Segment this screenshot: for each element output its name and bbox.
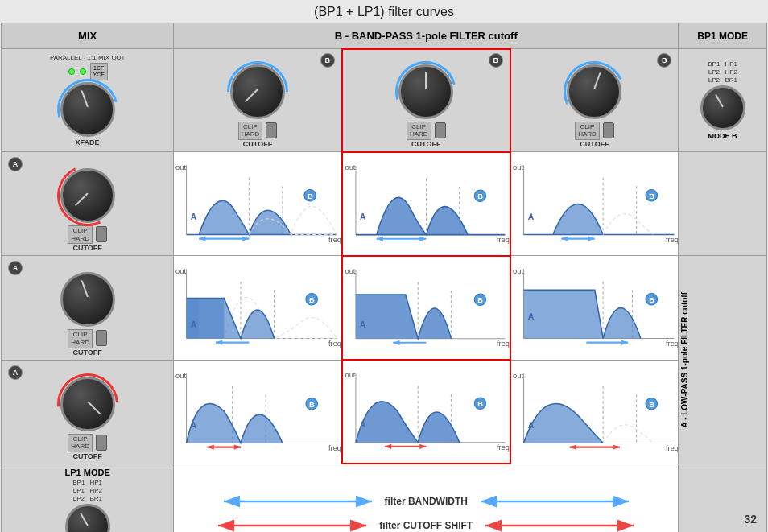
lp-knob-cell: A CLIPHARD CUTOFF: [2, 256, 174, 360]
bandwidth-left-arrow: [217, 494, 378, 509]
bp-cutoff-label-3: CUTOFF: [580, 140, 609, 148]
bp1-mode-area: BP1HP1 LP2HP2 LP2BR1 MODE B: [679, 57, 766, 143]
freq-label: freq.: [328, 236, 341, 244]
svg-text:B: B: [477, 296, 483, 304]
curve-1-2: out freq. A B: [342, 152, 510, 256]
lp-knob[interactable]: [60, 272, 115, 327]
curve-row-3: A CLIPHARD CUTOFF out freq.: [2, 360, 767, 464]
svg-text:freq.: freq.: [666, 236, 679, 244]
mix-header: MIX: [2, 23, 174, 49]
svg-text:freq.: freq.: [328, 443, 341, 452]
b-badge-3: B: [657, 53, 671, 68]
svg-text:out: out: [345, 267, 355, 275]
svg-text:A: A: [360, 420, 366, 429]
lp-knob-indicator: [81, 280, 88, 297]
header-row: MIX B - BAND-PASS 1-pole FILTER cutoff B…: [2, 23, 767, 49]
cutoff-left-arrow: [212, 518, 373, 533]
a-badge-lp: A: [8, 261, 23, 275]
svg-text:B: B: [649, 296, 654, 304]
svg-text:A: A: [527, 420, 534, 429]
svg-text:freq.: freq.: [497, 236, 510, 244]
clip-hard-btn-3[interactable]: CLIPHARD: [575, 122, 600, 140]
svg-marker-20: [419, 236, 426, 241]
curve-row-1: A CLIPHARD CUTOFF out freq.: [2, 152, 767, 256]
page-number: 32: [744, 513, 757, 526]
curve-row-2: A CLIPHARD CUTOFF out freq.: [2, 256, 767, 360]
curve-3-3: out freq. A B: [510, 360, 679, 464]
curve-svg-2-1: out freq. A B: [174, 265, 341, 348]
bp-header: B - BAND-PASS 1-pole FILTER cutoff: [174, 23, 679, 49]
cutoff-shift-label: filter CUTOFF SHIFT: [379, 520, 473, 531]
svg-marker-89: [385, 444, 391, 449]
svg-marker-31: [561, 237, 568, 241]
lp1-mode-labels: BP1HP1 LP1HP2 LP2BR1: [72, 479, 102, 502]
curve-2-3: out freq. A B: [510, 256, 679, 360]
svg-marker-54: [393, 340, 399, 345]
green-led-2: [80, 68, 86, 75]
curve-svg-1-2: out freq. A B: [343, 162, 510, 245]
svg-marker-101: [569, 444, 576, 449]
svg-text:out: out: [513, 163, 523, 171]
svg-text:B: B: [309, 296, 315, 304]
svg-marker-65: [621, 340, 628, 345]
mix-knob-cell: PARALLEL - 1:1 MIX OUT 1CFYCF XFADE: [2, 49, 174, 152]
a-label: A: [191, 212, 197, 221]
lp1-mode-knob[interactable]: [65, 504, 110, 532]
clip-hard-btn-1[interactable]: CLIPHARD: [238, 122, 263, 140]
curve-svg-3-1: out freq. A B: [174, 369, 341, 453]
bp1-mode-cell: BP1HP1 LP2HP2 LP2BR1 MODE B: [679, 49, 767, 152]
bp-knob-cell-1: B CLIPHARD CUTOFF: [174, 49, 342, 152]
page-title: (BP1 + LP1) filter curves: [0, 0, 768, 23]
svg-text:A: A: [360, 320, 366, 329]
svg-text:B: B: [477, 192, 483, 200]
curve-3-1: out freq. A B: [174, 360, 342, 464]
b-badge-2: B: [489, 53, 503, 68]
cutoff-right-arrow: [479, 518, 640, 533]
curve-svg-3-3: out freq. A B: [511, 369, 679, 453]
lp1-mode-indicator: [80, 513, 89, 526]
svg-marker-76: [234, 444, 241, 449]
a-cutoff-1: CUTOFF: [72, 244, 101, 252]
toggle-box[interactable]: 1CFYCF: [90, 63, 108, 81]
svg-text:out: out: [345, 163, 355, 171]
clip-hard-lp2[interactable]: CLIPHARD: [68, 434, 93, 452]
a-badge-1: A: [8, 157, 23, 171]
curve-3-2: out freq. A B: [342, 360, 510, 464]
clip-hard-lp[interactable]: CLIPHARD: [68, 329, 93, 348]
out-label: out: [175, 163, 186, 171]
green-led-1: [68, 68, 75, 75]
lp-cutoff: CUTOFF: [72, 348, 101, 357]
svg-marker-88: [419, 444, 426, 449]
bp-cutoff-label-2: CUTOFF: [411, 140, 440, 148]
clip-hard-a1[interactable]: CLIPHARD: [68, 225, 93, 244]
cutoff-row: filter CUTOFF SHIFT: [174, 518, 678, 533]
svg-marker-19: [376, 236, 382, 241]
bp-knob-cell-3: B CLIPHARD CUTOFF: [510, 49, 679, 152]
xfade-area: PARALLEL - 1:1 MIX OUT 1CFYCF XFADE: [2, 54, 173, 147]
bottom-arrows-cell: filter BANDWIDTH: [174, 464, 679, 532]
lp-side-label-cell: A - LOW-PASS 1-pole FILTER cutoff: [679, 256, 767, 464]
clip-hard-btn-2[interactable]: CLIPHARD: [407, 122, 431, 140]
lp-side-label: A - LOW-PASS 1-pole FILTER cutoff: [679, 289, 701, 431]
bandwidth-row: filter BANDWIDTH: [174, 494, 678, 509]
svg-marker-7: [199, 237, 205, 241]
bandwidth-label: filter BANDWIDTH: [385, 496, 468, 507]
curve-2-1: out freq. A B: [174, 256, 342, 360]
svg-text:freq.: freq.: [328, 340, 341, 348]
curve-svg-3-2: out freq. A B: [343, 369, 510, 452]
lp1-mode-title: LP1 MODE: [65, 468, 110, 477]
svg-text:out: out: [175, 267, 186, 275]
bp1-mode-indicator: [715, 94, 724, 108]
svg-marker-100: [613, 444, 619, 449]
svg-text:A: A: [360, 212, 366, 221]
mode-empty-1: [679, 152, 767, 256]
bp-knob-cell-2: B CLIPHARD CUTOFF: [342, 49, 510, 152]
svg-text:A: A: [527, 312, 534, 321]
curve-svg-2-3: out freq. A B: [511, 265, 679, 348]
parallel-label: PARALLEL - 1:1 MIX OUT: [50, 54, 125, 61]
svg-text:out: out: [513, 371, 523, 379]
bp1-mode-knob[interactable]: [700, 85, 745, 130]
bp-cutoff-label-1: CUTOFF: [243, 140, 272, 148]
lp1-mode-area: LP1 MODE BP1HP1 LP1HP2 LP2BR1 MODE A: [2, 464, 173, 532]
lp1-mode-cell: LP1 MODE BP1HP1 LP1HP2 LP2BR1 MODE A: [2, 464, 174, 532]
